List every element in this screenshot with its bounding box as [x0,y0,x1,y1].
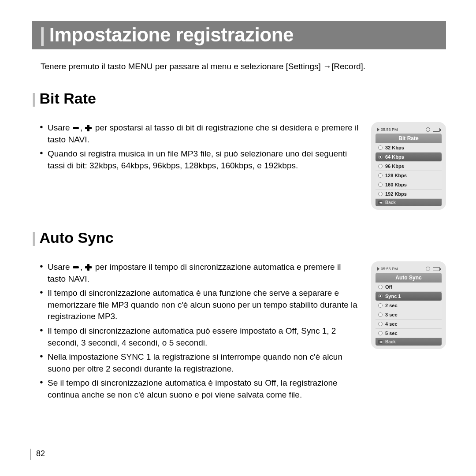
device-menu-title: Auto Sync [376,273,442,283]
status-icon [426,267,430,271]
radio-icon [378,155,383,159]
list-item: Se il tempo di sincronizzazione automati… [40,377,361,401]
radio-icon [378,182,383,187]
device-menu-label: 5 sec [385,331,398,336]
device-menu-label: 64 Kbps [385,154,404,160]
device-menu-label: 2 sec [385,303,398,308]
device-menu-item[interactable]: Sync 1 [376,292,442,301]
radio-icon [378,303,383,308]
radio-icon [378,173,383,178]
heading-text: Auto Sync [40,229,114,246]
bullet-text-pre: Usare [48,262,72,271]
plus-icon [85,126,93,131]
device-menu-label: 160 Kbps [385,182,407,187]
device-menu-title: Bit Rate [376,134,442,143]
device-menu-item[interactable]: 4 sec [376,320,442,329]
radio-icon [378,192,383,196]
device-menu-label: 3 sec [385,312,398,317]
device-time: 05:56 PM [381,127,398,132]
battery-icon [433,267,440,271]
plus-icon [85,265,93,270]
heading-pipe-icon: | [32,90,36,107]
device-back-row[interactable]: ◂◂ Back [376,199,442,206]
radio-icon [378,145,383,150]
device-menu-label: 96 Kbps [385,164,404,169]
rewind-icon: ◂◂ [378,201,383,205]
device-menu-item[interactable]: 160 Kbps [376,180,442,190]
section-heading: | Auto Sync [32,229,446,246]
radio-icon [378,294,383,298]
status-icon [426,127,430,132]
device-status-bar: 05:56 PM [376,126,442,134]
play-icon [377,128,379,131]
minus-icon [72,126,80,131]
device-time: 05:56 PM [381,267,398,271]
radio-icon [378,164,383,168]
radio-icon [378,285,383,289]
device-menu-item[interactable]: 192 Kbps [376,190,442,199]
radio-icon [378,322,383,326]
back-label: Back [385,339,396,344]
radio-icon [378,331,383,335]
device-menu-label: 4 sec [385,321,398,327]
device-menu-item[interactable]: 32 Kbps [376,143,442,152]
device-menu-label: 128 Kbps [385,173,407,178]
list-item: Usare , per spostarsi al tasso di bit di… [40,122,361,145]
list-item: Usare , per impostare il tempo di sincro… [40,261,361,285]
device-menu-item[interactable]: 2 sec [376,301,442,310]
battery-icon [433,128,440,132]
device-screenshot-autosync: 05:56 PM Auto Sync OffSync 12 sec3 sec4 … [371,261,446,349]
back-label: Back [385,200,396,205]
minus-icon [72,265,80,270]
section-heading: | Bit Rate [32,90,446,107]
list-item: Nella impostazione SYNC 1 la registrazio… [40,351,361,375]
bullet-text-pre: Usare [48,123,72,132]
page-title: Impostazione registrazione [49,24,294,45]
rewind-icon: ◂◂ [378,340,383,344]
device-menu-item[interactable]: 5 sec [376,329,442,338]
play-icon [377,267,379,271]
title-pipe-icon: | [40,24,45,45]
section-bit-rate: | Bit Rate Usare , per spostarsi al tass… [32,90,446,210]
device-screenshot-bitrate: 05:56 PM Bit Rate 32 Kbps64 Kbps96 Kbps1… [371,122,446,210]
intro-text: Tenere premuto il tasto MENU per passare… [41,62,446,71]
heading-pipe-icon: | [32,229,36,246]
device-menu-item[interactable]: Off [376,283,442,292]
bullet-text-post: per spostarsi al tasso di bit di registr… [48,123,359,144]
page-title-bar: | Impostazione registrazione [32,21,446,49]
page-number: 82 [36,449,45,458]
page-marker-bar [30,449,31,460]
device-menu-label: Off [385,284,392,290]
list-item: Quando si registra musica in un file MP3… [40,148,361,171]
autosync-bullets: Usare , per impostare il tempo di sincro… [32,261,361,404]
list-item: Il tempo di sincronizzazione automatica … [40,287,361,323]
device-menu-label: 32 Kbps [385,145,404,150]
device-menu-item[interactable]: 64 Kbps [376,152,442,162]
radio-icon [378,312,383,317]
list-item: Il tempo di sincronizzazione automatica … [40,325,361,349]
device-menu-item[interactable]: 96 Kbps [376,162,442,171]
device-menu-label: 192 Kbps [385,191,407,197]
device-status-bar: 05:56 PM [376,266,442,273]
device-menu-item[interactable]: 128 Kbps [376,171,442,180]
device-menu-label: Sync 1 [385,294,401,299]
heading-text: Bit Rate [40,90,96,107]
device-back-row[interactable]: ◂◂ Back [376,338,442,346]
section-auto-sync: | Auto Sync Usare , per impostare il tem… [32,229,446,404]
device-menu-item[interactable]: 3 sec [376,310,442,320]
bitrate-bullets: Usare , per spostarsi al tasso di bit di… [32,122,361,174]
